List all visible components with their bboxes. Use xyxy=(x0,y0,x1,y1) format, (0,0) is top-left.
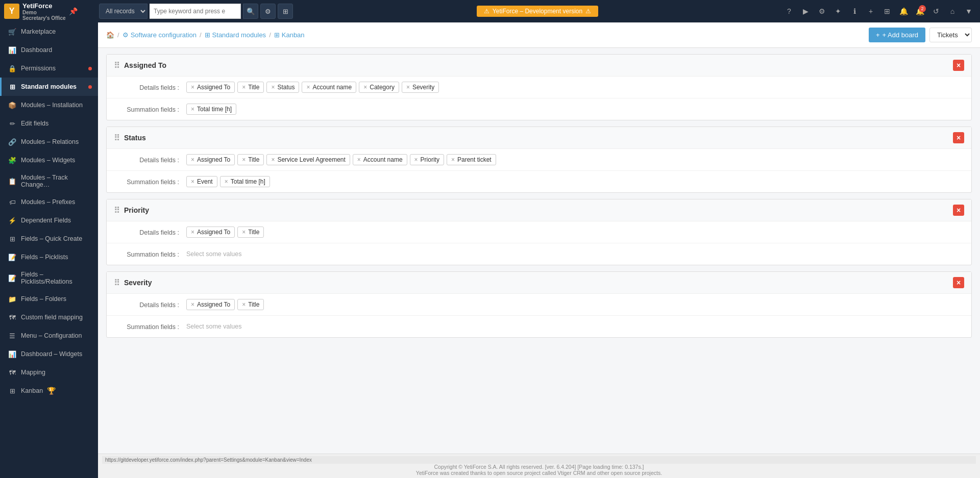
tag-remove[interactable]: × xyxy=(191,301,194,308)
section-header-severity: ⠿ Severity × xyxy=(107,272,971,294)
tag-remove[interactable]: × xyxy=(306,84,310,91)
plus-icon[interactable]: + xyxy=(864,4,878,18)
home-breadcrumb[interactable]: 🏠 xyxy=(106,31,114,39)
tag-remove[interactable]: × xyxy=(242,156,246,163)
drag-handle-assigned-to[interactable]: ⠿ xyxy=(114,61,120,70)
section-close-priority[interactable]: × xyxy=(953,205,964,216)
kanban-breadcrumb[interactable]: ⊞ Kanban xyxy=(274,31,305,39)
tag-remove[interactable]: × xyxy=(414,156,418,163)
standard-modules-breadcrumb[interactable]: ⊞ Standard modules xyxy=(205,31,266,39)
add-board-label: + Add board xyxy=(883,31,918,39)
sidebar-label-dependent-fields: Dependent Fields xyxy=(21,217,71,224)
tag-remove[interactable]: × xyxy=(191,156,194,163)
sidebar-item-modules-relations[interactable]: 🔗 Modules – Relations xyxy=(0,133,98,151)
sidebar-item-kanban[interactable]: ⊞ Kanban 🏆 xyxy=(0,382,98,400)
tag-remove[interactable]: × xyxy=(225,178,228,185)
section-close-assigned-to[interactable]: × xyxy=(953,60,964,71)
details-tags-priority: × Assigned To× Title xyxy=(186,227,963,238)
main-layout: 🛒 Marketplace 📊 Dashboard 🔒 Permissions … xyxy=(0,22,980,478)
sidebar-item-modules-track-change[interactable]: 📋 Modules – Track Change… xyxy=(0,169,98,193)
sidebar-label-fields-picklists-relations: Fields – Picklists/Relations xyxy=(21,271,92,285)
sidebar-item-mapping[interactable]: 🗺 Mapping xyxy=(0,363,98,382)
drag-handle-status[interactable]: ⠿ xyxy=(114,133,120,143)
sidebar-label-fields-quick-create: Fields – Quick Create xyxy=(21,235,82,242)
search-grid-button[interactable]: ⊞ xyxy=(278,4,293,19)
star-icon[interactable]: ✦ xyxy=(831,4,845,18)
search-scope-select[interactable]: All records xyxy=(99,4,148,19)
sidebar-item-custom-field-mapping[interactable]: 🗺 Custom field mapping xyxy=(0,308,98,326)
sidebar-item-edit-fields[interactable]: ✏ Edit fields xyxy=(0,114,98,133)
sidebar-item-dashboard-widgets[interactable]: 📊 Dashboard – Widgets xyxy=(0,345,98,363)
sidebar-icon-modules-installation: 📦 xyxy=(8,100,17,110)
section-name-severity: Severity xyxy=(124,279,152,287)
details-row-status: Details fields :× Assigned To× Title× Se… xyxy=(107,149,971,171)
bell-icon[interactable]: 🔔 xyxy=(896,4,911,18)
kanban-section-severity: ⠿ Severity × Details fields :× Assigned … xyxy=(106,271,972,338)
tag-remove[interactable]: × xyxy=(191,178,194,185)
sidebar-item-fields-picklists-relations[interactable]: 📝 Fields – Picklists/Relations xyxy=(0,266,98,290)
bell-badge-icon[interactable]: 🔔2 xyxy=(913,4,927,18)
search-input[interactable] xyxy=(150,4,241,19)
apps-icon[interactable]: ⊞ xyxy=(880,4,894,18)
tag-remove[interactable]: × xyxy=(191,84,194,91)
sidebar-item-dependent-fields[interactable]: ⚡ Dependent Fields xyxy=(0,211,98,230)
sidebar-item-marketplace[interactable]: 🛒 Marketplace xyxy=(0,22,98,41)
sidebar-icon-modules-relations: 🔗 xyxy=(8,137,17,146)
tag-remove[interactable]: × xyxy=(242,301,246,308)
sidebar-item-fields-quick-create[interactable]: ⊞ Fields – Quick Create xyxy=(0,230,98,248)
drag-handle-severity[interactable]: ⠿ xyxy=(114,278,120,288)
footer-copyright: Copyright © YetiForce S.A. All rights re… xyxy=(102,464,976,470)
sidebar-item-fields-folders[interactable]: 📁 Fields – Folders xyxy=(0,290,98,308)
tag-remove[interactable]: × xyxy=(406,84,410,91)
summation-placeholder-severity[interactable]: Select some values xyxy=(186,321,241,332)
info-icon[interactable]: ℹ xyxy=(847,4,862,18)
drag-handle-priority[interactable]: ⠿ xyxy=(114,206,120,215)
tag-remove[interactable]: × xyxy=(191,106,194,113)
add-board-button[interactable]: + + Add board xyxy=(869,28,925,42)
home-icon[interactable]: ⌂ xyxy=(945,4,960,18)
footer-url: https://gitdeveloper.yetiforce.com/index… xyxy=(102,456,976,464)
sidebar-item-standard-modules[interactable]: ⊞ Standard modules xyxy=(0,78,98,96)
sidebar-item-permissions[interactable]: 🔒 Permissions xyxy=(0,59,98,78)
history-icon[interactable]: ↺ xyxy=(929,4,943,18)
tag-remove[interactable]: × xyxy=(271,156,275,163)
details-label-status: Details fields : xyxy=(115,154,186,164)
details-row-severity: Details fields :× Assigned To× Title xyxy=(107,294,971,316)
tag-remove[interactable]: × xyxy=(357,156,361,163)
search-settings-button[interactable]: ⚙ xyxy=(260,4,276,19)
section-close-severity[interactable]: × xyxy=(953,277,964,288)
summation-placeholder-priority[interactable]: Select some values xyxy=(186,248,241,260)
sidebar-label-modules-track-change: Modules – Track Change… xyxy=(21,174,92,188)
sidebar-item-modules-widgets[interactable]: 🧩 Modules – Widgets xyxy=(0,151,98,169)
sidebar-item-modules-prefixes[interactable]: 🏷 Modules – Prefixes xyxy=(0,193,98,211)
section-close-status[interactable]: × xyxy=(953,132,964,143)
help-icon[interactable]: ? xyxy=(782,4,796,18)
video-icon[interactable]: ▶ xyxy=(798,4,813,18)
details-row-assigned-to: Details fields :× Assigned To× Title× St… xyxy=(107,77,971,98)
pin-icon[interactable]: 📌 xyxy=(69,7,78,15)
tag-remove[interactable]: × xyxy=(191,229,194,236)
tag-remove[interactable]: × xyxy=(242,84,246,91)
office-label: Secretary's Office xyxy=(22,15,66,21)
brand-name: YetiForce xyxy=(22,2,66,10)
sidebar-item-modules-installation[interactable]: 📦 Modules – Installation xyxy=(0,96,98,114)
cog-breadcrumb-icon: ⚙ xyxy=(122,31,129,39)
grid-breadcrumb-icon: ⊞ xyxy=(205,31,210,39)
tag-remove[interactable]: × xyxy=(271,84,275,91)
field-tag: × Total time [h] xyxy=(186,104,236,115)
software-config-breadcrumb[interactable]: ⚙ Software configuration xyxy=(122,31,197,39)
sidebar-item-fields-picklists[interactable]: 📝 Fields – Picklists xyxy=(0,248,98,266)
sidebar-item-menu-configuration[interactable]: ☰ Menu – Configuration xyxy=(0,326,98,345)
content-header: 🏠 / ⚙ Software configuration / ⊞ Standar… xyxy=(98,22,980,48)
field-tag: × Category xyxy=(359,82,399,93)
details-tags-severity: × Assigned To× Title xyxy=(186,299,963,310)
tag-remove[interactable]: × xyxy=(451,156,455,163)
search-button[interactable]: 🔍 xyxy=(243,4,258,19)
tag-remove[interactable]: × xyxy=(363,84,367,91)
tag-remove[interactable]: × xyxy=(242,229,246,236)
section-name-status: Status xyxy=(124,134,146,142)
sidebar-item-dashboard[interactable]: 📊 Dashboard xyxy=(0,41,98,59)
module-select[interactable]: Tickets xyxy=(929,28,972,42)
settings-icon[interactable]: ⚙ xyxy=(815,4,829,18)
user-menu-icon[interactable]: ▼ xyxy=(962,4,976,18)
